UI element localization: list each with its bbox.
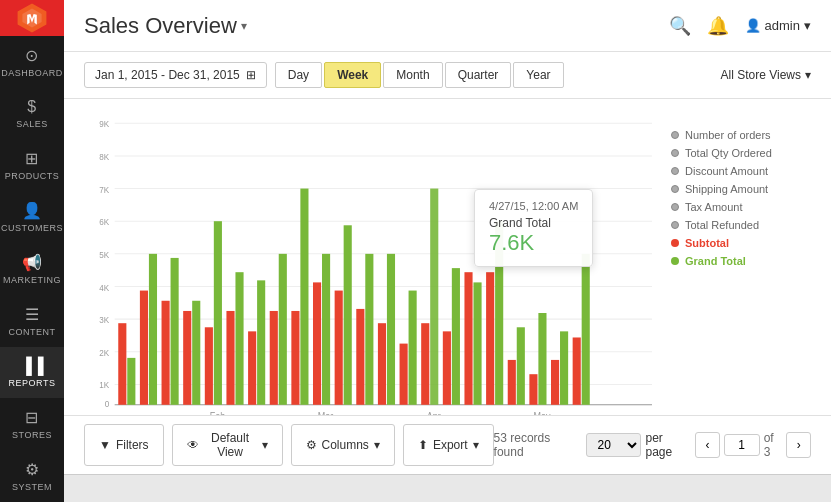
legend-item-qty: Total Qty Ordered [671,147,801,159]
svg-rect-43 [365,254,373,405]
export-button[interactable]: ⬆ Export ▾ [403,424,494,466]
eye-icon: 👁 [187,438,199,452]
svg-rect-42 [356,309,364,405]
chart-inner: 9K 8K 7K 6K 5K 4K 3K 2K 1K 0 [84,109,811,415]
svg-text:2K: 2K [99,347,109,358]
per-page-input[interactable]: 20 50 100 [586,433,641,457]
chart-area: 9K 8K 7K 6K 5K 4K 3K 2K 1K 0 [84,109,661,415]
period-year-button[interactable]: Year [513,62,563,88]
pagination: 53 records found 20 50 100 per page ‹ of… [494,431,811,459]
sidebar-item-marketing[interactable]: 📢 MARKETING [0,243,64,295]
table-header [64,474,831,502]
period-day-button[interactable]: Day [275,62,322,88]
reports-icon: ▐▐ [20,357,44,375]
legend-dot-orders [671,131,679,139]
svg-rect-44 [378,323,386,405]
svg-rect-55 [495,221,503,405]
title-dropdown-icon[interactable]: ▾ [241,19,247,33]
legend-item-tax: Tax Amount [671,201,801,213]
columns-icon: ⚙ [306,438,317,452]
svg-text:Feb: Feb [210,411,226,415]
svg-rect-26 [183,311,191,405]
svg-text:0: 0 [105,398,110,409]
view-dropdown-icon: ▾ [262,438,268,452]
legend-item-refunded: Total Refunded [671,219,801,231]
svg-rect-53 [473,282,481,404]
legend-item-orders: Number of orders [671,129,801,141]
svg-text:Apr: Apr [427,411,442,415]
sidebar-item-products[interactable]: ⊞ PRODUCTS [0,139,64,191]
admin-user[interactable]: 👤 admin ▾ [745,18,811,33]
store-view-selector[interactable]: All Store Views ▾ [721,68,811,82]
svg-rect-36 [291,311,299,405]
sidebar-item-sales[interactable]: $ SALES [0,88,64,139]
svg-rect-34 [270,311,278,405]
sidebar-item-dashboard[interactable]: ⊙ DASHBOARD [0,36,64,88]
svg-rect-51 [452,268,460,405]
notification-icon[interactable]: 🔔 [707,15,729,37]
magento-logo-icon [16,2,48,34]
report-toolbar: Jan 1, 2015 - Dec 31, 2015 ⊞ Day Week Mo… [64,52,831,99]
search-icon[interactable]: 🔍 [669,15,691,37]
total-pages: of 3 [764,431,783,459]
page-title: Sales Overview ▾ [84,13,247,39]
svg-text:9K: 9K [99,119,109,130]
legend-item-grandtotal: Grand Total [671,255,801,267]
filters-button[interactable]: ▼ Filters [84,424,164,466]
svg-rect-49 [430,189,438,405]
chart-container: 9K 8K 7K 6K 5K 4K 3K 2K 1K 0 [64,99,831,415]
svg-rect-46 [400,344,408,405]
prev-page-button[interactable]: ‹ [695,432,720,458]
svg-rect-57 [517,327,525,405]
sidebar-item-customers[interactable]: 👤 CUSTOMERS [0,191,64,243]
period-month-button[interactable]: Month [383,62,442,88]
user-icon: 👤 [745,18,761,33]
svg-text:3K: 3K [99,315,109,326]
legend-dot-qty [671,149,679,157]
svg-text:5K: 5K [99,249,109,260]
svg-rect-48 [421,323,429,405]
period-quarter-button[interactable]: Quarter [445,62,512,88]
svg-text:7K: 7K [99,184,109,195]
svg-rect-22 [140,291,148,405]
legend-dot-shipping [671,185,679,193]
svg-text:May: May [533,411,550,415]
columns-button[interactable]: ⚙ Columns ▾ [291,424,395,466]
svg-text:8K: 8K [99,152,109,163]
default-view-button[interactable]: 👁 Default View ▾ [172,424,283,466]
svg-rect-62 [573,337,581,404]
sales-chart: 9K 8K 7K 6K 5K 4K 3K 2K 1K 0 [84,109,661,415]
admin-dropdown-icon: ▾ [804,18,811,33]
legend-dot-grandtotal [671,257,679,265]
period-selector: Day Week Month Quarter Year [275,62,564,88]
svg-rect-35 [279,254,287,405]
svg-rect-61 [560,331,568,404]
svg-rect-27 [192,301,200,405]
sidebar-item-reports[interactable]: ▐▐ REPORTS [0,347,64,398]
per-page-selector: 20 50 100 per page [586,431,689,459]
svg-rect-56 [508,360,516,405]
chart-legend: Number of orders Total Qty Ordered Disco… [661,109,811,415]
svg-text:4K: 4K [99,282,109,293]
page-navigation: ‹ of 3 › [695,431,811,459]
sidebar-item-system[interactable]: ⚙ SYSTEM [0,450,64,502]
calendar-icon: ⊞ [246,68,256,82]
period-week-button[interactable]: Week [324,62,381,88]
svg-rect-52 [464,272,472,405]
page-number-input[interactable] [724,434,760,456]
sidebar-item-content[interactable]: ☰ CONTENT [0,295,64,347]
svg-text:6K: 6K [99,217,109,228]
sidebar-item-stores[interactable]: ⊟ STORES [0,398,64,450]
sidebar-logo [0,0,64,36]
svg-rect-25 [171,258,179,405]
legend-item-subtotal: Subtotal [671,237,801,249]
next-page-button[interactable]: › [786,432,811,458]
date-range-picker[interactable]: Jan 1, 2015 - Dec 31, 2015 ⊞ [84,62,267,88]
filter-icon: ▼ [99,438,111,452]
sales-icon: $ [27,98,36,116]
stores-icon: ⊟ [25,408,39,427]
action-buttons: ▼ Filters 👁 Default View ▾ ⚙ Columns ▾ ⬆… [84,424,494,466]
svg-rect-50 [443,331,451,404]
svg-rect-32 [248,331,256,404]
svg-rect-30 [226,311,234,405]
